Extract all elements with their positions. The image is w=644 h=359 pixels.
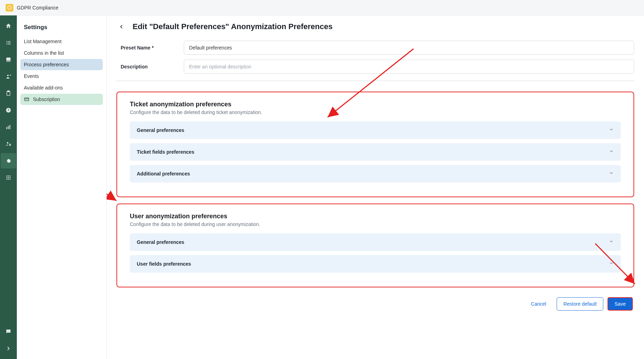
sidebar-item-list-management[interactable]: List Management: [20, 36, 103, 47]
back-button[interactable]: [116, 22, 126, 32]
main-content: Edit "Default Preferences" Anonymization…: [107, 15, 644, 359]
svg-rect-0: [6, 41, 7, 42]
svg-point-20: [9, 177, 11, 178]
chevron-down-icon: [609, 261, 614, 267]
svg-rect-14: [9, 145, 11, 146]
svg-point-17: [9, 175, 11, 177]
apps-icon[interactable]: [1, 170, 16, 185]
accordion-label: Additional preferences: [137, 171, 190, 177]
svg-point-6: [7, 75, 9, 77]
accordion-label: Ticket fields preferences: [137, 149, 194, 155]
settings-heading: Settings: [20, 22, 103, 36]
save-button[interactable]: Save: [608, 297, 633, 311]
accordion-additional-prefs[interactable]: Additional preferences: [130, 165, 621, 182]
preset-name-label: Preset Name *: [116, 45, 184, 51]
gear-icon[interactable]: [1, 153, 16, 168]
user-prefs-subtitle: Configure the data to be deleted during …: [130, 221, 621, 227]
chevron-left-icon: [118, 24, 125, 30]
nav-rail: [0, 15, 17, 359]
ticket-anonymization-section: Ticket anonymization preferences Configu…: [116, 92, 634, 197]
chevron-down-icon: [609, 171, 614, 177]
app-title: GDPR Compliance: [17, 5, 58, 11]
accordion-label: General preferences: [137, 239, 184, 245]
svg-point-23: [9, 179, 11, 180]
svg-point-18: [6, 177, 7, 178]
page-title: Edit "Default Preferences" Anonymization…: [133, 22, 333, 31]
ticket-prefs-subtitle: Configure the data to be deleted during …: [130, 109, 621, 115]
svg-rect-10: [6, 127, 7, 129]
preset-name-input[interactable]: [184, 41, 634, 55]
user-lock-icon[interactable]: [1, 136, 16, 152]
sidebar-item-events[interactable]: Events: [20, 71, 103, 82]
accordion-user-fields-prefs[interactable]: User fields preferences: [130, 255, 621, 273]
chevron-down-icon: [609, 127, 614, 133]
user-prefs-title: User anonymization preferences: [130, 213, 621, 220]
home-icon[interactable]: [1, 18, 16, 34]
svg-point-15: [6, 175, 7, 177]
app-logo-icon: [6, 4, 13, 12]
restore-default-button[interactable]: Restore default: [557, 297, 603, 311]
svg-line-27: [107, 158, 116, 201]
sidebar-item-subscription[interactable]: Subscription: [20, 94, 103, 105]
clipboard-icon[interactable]: [1, 86, 16, 101]
ticket-prefs-title: Ticket anonymization preferences: [130, 101, 621, 108]
chart-icon[interactable]: [1, 119, 16, 135]
user-arrow-icon[interactable]: [1, 69, 16, 84]
accordion-label: General preferences: [137, 127, 184, 133]
svg-point-22: [8, 179, 9, 180]
cancel-button[interactable]: Cancel: [525, 297, 553, 311]
accordion-general-prefs-ticket[interactable]: General preferences: [130, 121, 621, 139]
chat-icon[interactable]: [1, 324, 16, 339]
svg-rect-2: [6, 42, 7, 43]
sidebar-item-label: Subscription: [33, 97, 60, 102]
footer-actions: Cancel Restore default Save: [116, 294, 634, 312]
svg-point-13: [7, 142, 9, 144]
topbar: GDPR Compliance: [0, 0, 644, 15]
chevron-down-icon: [609, 239, 614, 245]
svg-rect-11: [8, 126, 9, 129]
svg-rect-1: [8, 41, 11, 42]
list-icon[interactable]: [1, 35, 16, 51]
accordion-general-prefs-user[interactable]: General preferences: [130, 233, 621, 251]
clock-icon[interactable]: [1, 102, 16, 118]
sidebar-item-addons[interactable]: Available add-ons: [20, 82, 103, 93]
user-anonymization-section: User anonymization preferences Configure…: [116, 204, 634, 287]
expand-icon[interactable]: [1, 341, 16, 356]
svg-rect-24: [25, 98, 29, 101]
svg-rect-5: [8, 44, 11, 45]
description-input[interactable]: [184, 60, 634, 74]
card-icon: [24, 97, 29, 102]
accordion-ticket-fields-prefs[interactable]: Ticket fields preferences: [130, 143, 621, 161]
svg-point-21: [6, 179, 7, 180]
description-label: Description: [116, 64, 184, 69]
svg-rect-8: [8, 91, 9, 92]
svg-rect-12: [9, 125, 10, 129]
tray-icon[interactable]: [1, 52, 16, 67]
sidebar-item-process-preferences[interactable]: Process preferences: [20, 59, 103, 70]
divider: [116, 81, 634, 81]
sidebar-item-columns[interactable]: Columns in the list: [20, 47, 103, 59]
svg-rect-4: [6, 44, 7, 45]
svg-rect-3: [8, 42, 11, 43]
settings-sidebar: Settings List Management Columns in the …: [17, 15, 107, 359]
accordion-label: User fields preferences: [137, 261, 191, 267]
chevron-down-icon: [609, 149, 614, 155]
svg-point-19: [8, 177, 9, 178]
svg-point-16: [8, 175, 9, 177]
